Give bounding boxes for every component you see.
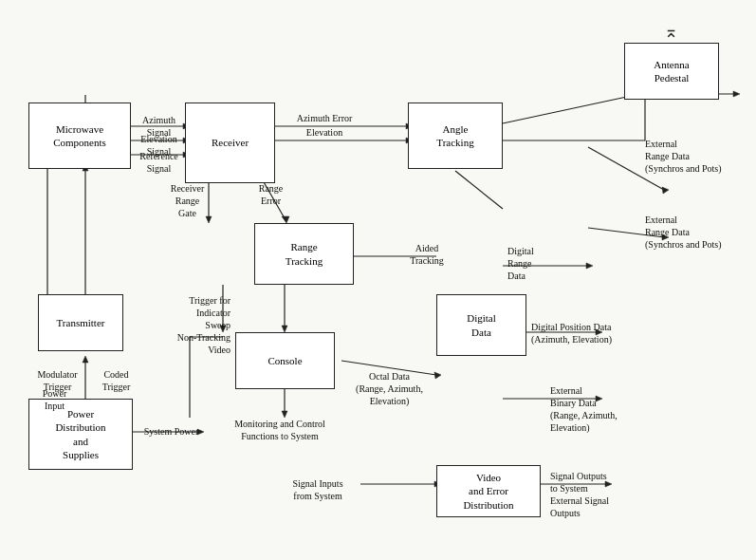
svg-marker-13 (733, 91, 740, 97)
svg-line-10 (503, 95, 636, 123)
video-error-label: Videoand ErrorDistribution (463, 471, 513, 512)
svg-marker-19 (282, 326, 287, 332)
signal-outputs-label: Signal Outputsto SystemExternal SignalOu… (550, 470, 640, 519)
svg-marker-36 (662, 187, 669, 194)
svg-marker-30 (586, 263, 593, 269)
range-tracking-box: RangeTracking (254, 223, 354, 285)
monitoring-label: Monitoring and ControlFunctions to Syste… (204, 418, 356, 442)
system-power-label: System Power (140, 425, 202, 438)
external-range1-label: ExternalRange Data(Synchros and Pots) (645, 138, 740, 175)
svg-marker-17 (282, 216, 289, 223)
microwave-label: MicrowaveComponents (53, 122, 106, 150)
range-tracking-label: RangeTracking (286, 240, 323, 268)
antenna-pedestal-label: AntennaPedestal (654, 58, 689, 85)
coded-trigger-label: CodedTrigger (90, 368, 142, 393)
power-input-label: PowerInput (33, 387, 76, 412)
signal-inputs-label: Signal Inputsfrom System (275, 477, 360, 502)
svg-marker-44 (83, 356, 88, 363)
video-error-box: Videoand ErrorDistribution (436, 465, 541, 517)
antenna-symbol: ⌅ (664, 21, 678, 42)
console-box: Console (235, 332, 335, 389)
aided-tracking-label: AidedTracking (394, 242, 460, 267)
transmitter-box: Transmitter (38, 294, 123, 351)
external-binary-label: ExternalBinary Data(Range, Azimuth,Eleva… (550, 384, 645, 434)
trigger-label: Trigger forIndicatorSweepNon-TrackingVid… (145, 294, 230, 356)
octal-data-label: Octal Data(Range, Azimuth,Elevation) (340, 370, 439, 407)
digital-data-label: DigitalData (467, 311, 496, 339)
receiver-label: Receiver (212, 136, 249, 149)
transmitter-label: Transmitter (57, 316, 105, 329)
block-diagram: { "title": "Radar System Block Diagram",… (0, 0, 756, 560)
svg-marker-23 (282, 411, 287, 418)
reference-signal-label: Reference Signal (133, 150, 185, 175)
azimuth-error-label: Azimuth Error (286, 112, 362, 124)
antenna-pedestal-box: AntennaPedestal (624, 43, 719, 100)
range-error-label: RangeError (245, 182, 297, 207)
power-label: PowerDistributionandSupplies (55, 407, 105, 461)
external-range2-label: ExternalRange Data(Synchros and Pots) (645, 214, 740, 251)
angle-tracking-label: AngleTracking (436, 122, 473, 150)
receiver-box: Receiver (185, 103, 275, 183)
svg-line-28 (455, 171, 503, 209)
digital-position-label: Digital Position Data(Azimuth, Elevation… (531, 321, 655, 345)
digital-range-label: DigitalRangeData (507, 245, 579, 282)
receiver-range-gate-label: ReceiverRangeGate (157, 182, 218, 219)
digital-data-box: DigitalData (436, 294, 526, 356)
console-label: Console (267, 354, 302, 367)
angle-tracking-box: AngleTracking (408, 103, 503, 169)
microwave-box: MicrowaveComponents (28, 103, 131, 169)
elevation-label: Elevation (286, 126, 362, 139)
